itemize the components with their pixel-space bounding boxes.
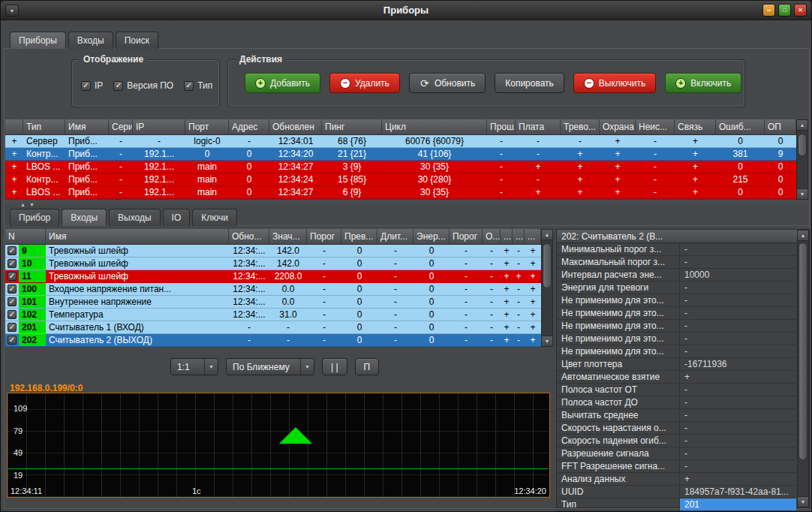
p-button[interactable]: П — [355, 358, 380, 375]
scrollbar-thumb[interactable] — [798, 242, 807, 460]
display-checkbox[interactable]: Тип — [184, 80, 212, 91]
column-header[interactable]: Знач... — [269, 229, 307, 244]
column-header[interactable]: Неис... — [636, 119, 675, 134]
input-row[interactable]: 100 Входное напряжение питан... 12:34:..… — [5, 283, 541, 296]
main-tab[interactable]: Приборы — [10, 32, 66, 49]
column-header[interactable]: Цикл — [382, 119, 487, 134]
property-row[interactable]: Цвет плоттера -16711936 — [557, 358, 796, 371]
action-button[interactable]: Обновить — [409, 73, 486, 93]
scrollbar-track[interactable] — [542, 240, 552, 336]
display-checkbox[interactable]: Версия ПО — [113, 80, 173, 91]
row-checkbox[interactable] — [5, 334, 19, 346]
column-header[interactable]: Обно... — [229, 229, 269, 244]
column-header[interactable]: Прош... — [487, 119, 516, 134]
property-row[interactable]: Минимальный порог з... - — [557, 243, 796, 256]
property-row[interactable]: Не применимо для это... - — [557, 307, 796, 320]
splitter-collapse-icon[interactable] — [20, 202, 26, 207]
row-checkbox[interactable] — [5, 270, 19, 282]
property-row[interactable]: Анализ данных + — [557, 473, 796, 486]
scrollbar-track[interactable] — [797, 131, 807, 188]
input-table-scrollbar[interactable] — [541, 229, 553, 347]
action-button[interactable]: Включить — [665, 73, 741, 93]
column-header[interactable]: Порт — [185, 119, 229, 134]
minimize-button[interactable] — [762, 4, 775, 17]
property-row[interactable]: Полоса частот ОТ - — [557, 384, 796, 396]
column-header[interactable]: Связь — [675, 119, 716, 134]
action-button[interactable]: Удалить — [329, 73, 400, 93]
device-table-scrollbar[interactable] — [796, 119, 808, 200]
row-checkbox[interactable] — [5, 258, 19, 270]
scrollbar-thumb[interactable] — [543, 243, 552, 288]
property-row[interactable]: Тип 201 — [557, 498, 796, 511]
column-header[interactable]: О... — [483, 229, 501, 244]
device-row[interactable]: + LBOS ... Приб... - 192.1... main 0 12 — [5, 161, 796, 173]
property-row[interactable]: Не применимо для это... - — [557, 345, 796, 358]
property-row[interactable]: Не применимо для это... - — [557, 320, 796, 333]
row-checkbox[interactable] — [5, 283, 19, 295]
property-row[interactable]: Автоматическое взятие + — [557, 371, 796, 384]
scroll-up-icon[interactable] — [797, 120, 807, 131]
display-checkbox[interactable]: IP — [81, 80, 103, 91]
property-row[interactable]: Интервал расчета эне... 10000 — [557, 269, 796, 282]
maximize-button[interactable] — [778, 4, 791, 17]
property-row[interactable]: Разрешение сигнала - — [557, 447, 796, 460]
row-checkbox[interactable] — [5, 245, 19, 257]
horizontal-splitter[interactable] — [5, 200, 808, 208]
column-header[interactable]: Адрес — [229, 119, 269, 134]
window-menu-button[interactable] — [5, 5, 19, 17]
column-header[interactable]: Обновлен — [269, 119, 322, 134]
input-row[interactable]: 201 Считыватель 1 (ВХОД) - - - 0 - 0 — [5, 321, 541, 334]
plot-canvas[interactable]: 109794919 12:34:11 1с 12:34:20 — [7, 393, 550, 498]
inner-tab[interactable]: IO — [163, 209, 191, 226]
property-row[interactable]: Не применимо для это... - — [557, 294, 796, 307]
column-header[interactable]: ОП — [765, 119, 796, 134]
column-header[interactable] — [5, 119, 23, 134]
input-row[interactable]: 9 Тревожный шлейф 12:34:... 142.0 - 0 - … — [5, 245, 541, 258]
property-row[interactable]: FFT Разрешение сигна... - — [557, 460, 796, 473]
property-row[interactable]: Энергия для тревоги - — [557, 282, 796, 294]
column-header[interactable]: Плата — [516, 119, 561, 134]
inner-tab[interactable]: Ключи — [192, 209, 237, 226]
inner-tab[interactable]: Прибор — [10, 209, 59, 226]
scroll-up-icon[interactable] — [542, 230, 552, 240]
row-checkbox[interactable] — [5, 321, 19, 333]
column-header[interactable]: Прев... — [341, 229, 377, 244]
action-button[interactable]: Копировать — [495, 73, 564, 93]
scrollbar-track[interactable] — [798, 241, 808, 496]
inner-tab[interactable]: Входы — [62, 209, 107, 226]
main-tab[interactable]: Поиск — [116, 32, 158, 49]
column-header[interactable]: Порог — [307, 229, 341, 244]
device-row[interactable]: + Сервер Приб... - - logic-0 - 12:34:01 — [5, 135, 796, 148]
scroll-up-icon[interactable] — [798, 230, 808, 241]
inner-tab[interactable]: Выходы — [109, 209, 161, 226]
column-header[interactable]: Охрана — [600, 119, 636, 134]
input-row[interactable]: 202 Считыватель 2 (ВЫХОД) - - - 0 - 0 — [5, 334, 541, 347]
column-header[interactable]: Трево... — [561, 119, 600, 134]
column-header[interactable]: Ошиб... — [716, 119, 765, 134]
device-row[interactable]: + LBOS ... Приб... - 192.1... main 0 12 — [5, 186, 796, 199]
column-header[interactable]: IP — [133, 119, 185, 134]
main-tab[interactable]: Входы — [68, 32, 113, 49]
row-checkbox[interactable] — [5, 296, 19, 308]
device-row[interactable]: + Контр... Приб... - 192.1... 0 0 12:34 — [5, 148, 796, 161]
mode-select[interactable]: По Ближнему — [226, 358, 314, 375]
action-button[interactable]: Выключить — [573, 73, 656, 93]
action-button[interactable]: Добавить — [245, 73, 320, 93]
column-header[interactable]: Длит... — [377, 229, 414, 244]
column-header[interactable]: N — [5, 229, 46, 244]
scroll-down-icon[interactable] — [797, 188, 807, 199]
input-row[interactable]: 101 Внутреннее напряжение 12:34:... 0.0 … — [5, 296, 541, 309]
close-button[interactable] — [794, 4, 807, 17]
scale-select[interactable]: 1:1 — [170, 358, 218, 375]
scroll-down-icon[interactable] — [798, 496, 808, 507]
property-row[interactable]: Скорость нарастания о... - — [557, 422, 796, 435]
input-row[interactable]: 10 Тревожный шлейф 12:34:... 142.0 - 0 -… — [5, 258, 541, 270]
column-header[interactable]: Имя — [65, 119, 109, 134]
column-header[interactable]: Имя — [46, 229, 229, 244]
column-header[interactable]: Тип — [23, 119, 65, 134]
column-header[interactable]: Сери... — [109, 119, 133, 134]
property-row[interactable]: Максимальный порог з... - — [557, 256, 796, 269]
row-checkbox[interactable] — [5, 309, 19, 321]
splitter-expand-icon[interactable] — [29, 202, 35, 207]
scroll-down-icon[interactable] — [542, 336, 552, 346]
